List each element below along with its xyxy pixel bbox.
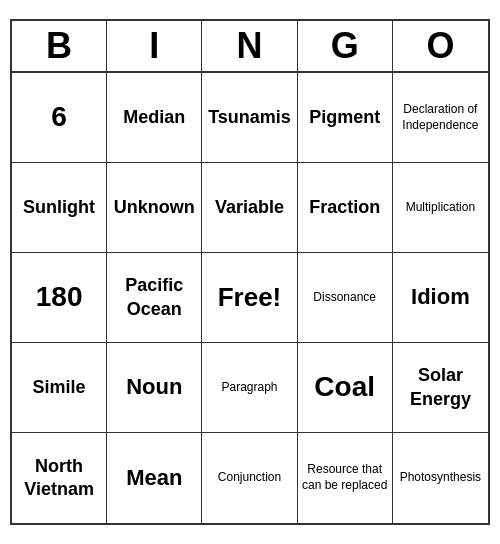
bingo-cell[interactable]: Tsunamis: [202, 73, 297, 163]
bingo-cell[interactable]: Pigment: [298, 73, 393, 163]
bingo-cell[interactable]: Multiplication: [393, 163, 488, 253]
header-letter: N: [202, 21, 297, 71]
cell-label: Conjunction: [218, 470, 281, 486]
cell-label: Photosynthesis: [400, 470, 481, 486]
cell-label: Mean: [126, 464, 182, 493]
header-letter: I: [107, 21, 202, 71]
bingo-cell[interactable]: 6: [12, 73, 107, 163]
cell-label: Pigment: [309, 106, 380, 129]
cell-label: Variable: [215, 196, 284, 219]
cell-label: Noun: [126, 373, 182, 402]
cell-label: Pacific Ocean: [111, 274, 197, 321]
bingo-cell[interactable]: Coal: [298, 343, 393, 433]
cell-label: Coal: [314, 369, 375, 405]
cell-label: Dissonance: [313, 290, 376, 306]
bingo-grid: 6MedianTsunamisPigmentDeclaration of Ind…: [12, 73, 488, 523]
bingo-card: BINGO 6MedianTsunamisPigmentDeclaration …: [10, 19, 490, 525]
cell-label: 180: [36, 279, 83, 315]
cell-label: Sunlight: [23, 196, 95, 219]
cell-label: Median: [123, 106, 185, 129]
cell-label: Declaration of Independence: [397, 102, 484, 133]
bingo-cell[interactable]: Pacific Ocean: [107, 253, 202, 343]
bingo-cell[interactable]: Unknown: [107, 163, 202, 253]
bingo-cell[interactable]: Mean: [107, 433, 202, 523]
cell-label: Multiplication: [406, 200, 475, 216]
bingo-cell[interactable]: Simile: [12, 343, 107, 433]
bingo-cell[interactable]: Photosynthesis: [393, 433, 488, 523]
bingo-cell[interactable]: Paragraph: [202, 343, 297, 433]
cell-label: Fraction: [309, 196, 380, 219]
header-letter: G: [298, 21, 393, 71]
cell-label: 6: [51, 99, 67, 135]
bingo-cell[interactable]: Dissonance: [298, 253, 393, 343]
cell-label: Simile: [33, 376, 86, 399]
cell-label: Solar Energy: [397, 364, 484, 411]
bingo-cell[interactable]: Declaration of Independence: [393, 73, 488, 163]
header-letter: O: [393, 21, 488, 71]
bingo-cell[interactable]: Fraction: [298, 163, 393, 253]
bingo-cell[interactable]: Idiom: [393, 253, 488, 343]
bingo-cell[interactable]: Resource that can be replaced: [298, 433, 393, 523]
bingo-cell[interactable]: Noun: [107, 343, 202, 433]
cell-label: Free!: [218, 281, 282, 315]
cell-label: Paragraph: [221, 380, 277, 396]
bingo-cell[interactable]: Conjunction: [202, 433, 297, 523]
bingo-cell[interactable]: Solar Energy: [393, 343, 488, 433]
bingo-header: BINGO: [12, 21, 488, 73]
cell-label: Unknown: [114, 196, 195, 219]
bingo-cell[interactable]: 180: [12, 253, 107, 343]
cell-label: North Vietnam: [16, 455, 102, 502]
cell-label: Tsunamis: [208, 106, 291, 129]
cell-label: Resource that can be replaced: [302, 462, 388, 493]
bingo-cell[interactable]: Median: [107, 73, 202, 163]
cell-label: Idiom: [411, 283, 470, 312]
bingo-cell[interactable]: Variable: [202, 163, 297, 253]
bingo-cell[interactable]: North Vietnam: [12, 433, 107, 523]
bingo-cell[interactable]: Sunlight: [12, 163, 107, 253]
header-letter: B: [12, 21, 107, 71]
bingo-cell[interactable]: Free!: [202, 253, 297, 343]
